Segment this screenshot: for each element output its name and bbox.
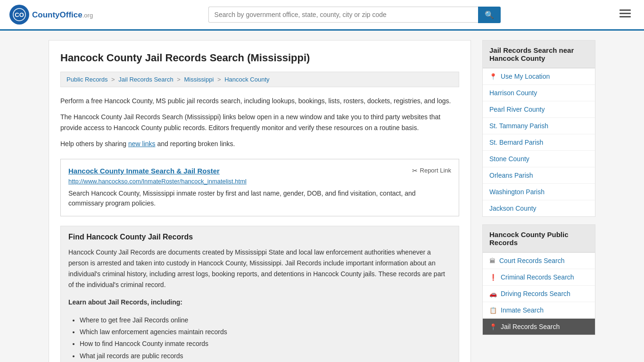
sidebar-item-st-bernard-parish[interactable]: St. Bernard Parish [483,134,595,151]
breadcrumb-mississippi[interactable]: Mississippi [184,76,214,83]
description-p3: Help others by sharing new links and rep… [60,139,459,149]
content-area: Hancock County Jail Records Search (Miss… [49,40,471,362]
sidebar-item-washington-parish[interactable]: Washington Parish [483,184,595,200]
sidebar-item-st-tammany-parish[interactable]: St. Tammany Parish [483,118,595,134]
list-item: Where to get free Jail Records online [80,314,451,326]
new-links-link[interactable]: new links [128,140,156,148]
sidebar-item-court-records[interactable]: 🏛 Court Records Search [483,253,595,269]
description-p2: The Hancock County Jail Records Search (… [60,112,459,133]
sidebar-item-criminal-records[interactable]: ❗ Criminal Records Search [483,269,595,286]
search-input[interactable] [208,7,478,23]
sidebar-item-pearl-river-county[interactable]: Pearl River County [483,101,595,118]
driving-icon: 🚗 [489,290,497,297]
learn-heading: Learn about Jail Records, including: [68,297,451,308]
link-card: Hancock County Inmate Search & Jail Rost… [60,159,459,216]
header: CO CountyOffice.org 🔍 [0,0,644,31]
report-link-icon: ✂ [412,167,418,174]
list-item: What jail records are public records [80,350,451,362]
search-button[interactable]: 🔍 [478,7,501,23]
sidebar-item-jail-records-active[interactable]: 📍 Jail Records Search [483,319,595,335]
sidebar-item-jackson-county[interactable]: Jackson County [483,200,595,216]
report-link-button[interactable]: ✂ Report Link [412,167,451,174]
jail-records-icon: 📍 [489,323,497,330]
main-layout: Hancock County Jail Records Search (Miss… [39,31,605,362]
logo-area[interactable]: CO CountyOffice.org [9,5,93,25]
link-card-description: Search Hancock County, Mississippi inmat… [68,189,451,208]
sidebar: Jail Records Search near Hancock County … [482,40,595,362]
location-icon: 📍 [489,73,497,80]
inmate-icon: 📋 [489,307,497,314]
breadcrumb-jail-records-search[interactable]: Jail Records Search [118,76,173,83]
sidebar-item-stone-county[interactable]: Stone County [483,151,595,167]
sidebar-public-records-section: Hancock County Public Records 🏛 Court Re… [482,224,595,335]
sidebar-item-orleans-parish[interactable]: Orleans Parish [483,167,595,184]
sidebar-nearby-header: Jail Records Search near Hancock County [483,41,595,68]
find-section: Find Hancock County Jail Records Hancock… [60,226,459,362]
list-item: How to find Hancock County inmate record… [80,338,451,350]
find-section-paragraph: Hancock County Jail Records are document… [68,247,451,290]
logo-text: CountyOffice.org [32,10,93,20]
sidebar-item-driving-records[interactable]: 🚗 Driving Records Search [483,286,595,302]
link-card-url[interactable]: http://www.hancockso.com/InmateRoster/ha… [68,178,451,185]
search-icon: 🔍 [485,11,494,19]
link-card-title[interactable]: Hancock County Inmate Search & Jail Rost… [68,167,220,175]
description-p1: Perform a free Hancock County, MS public… [60,96,459,106]
search-bar: 🔍 [208,7,501,23]
svg-rect-2 [619,9,631,11]
sidebar-public-records-header: Hancock County Public Records [483,225,595,253]
link-card-header: Hancock County Inmate Search & Jail Rost… [68,167,451,175]
logo-icon: CO [9,5,29,25]
court-icon: 🏛 [489,257,495,264]
breadcrumb-hancock-county[interactable]: Hancock County [224,76,269,83]
description: Perform a free Hancock County, MS public… [60,96,459,149]
sidebar-use-my-location[interactable]: 📍 Use My Location [483,68,595,85]
find-section-title: Find Hancock County Jail Records [68,233,451,241]
breadcrumb-public-records[interactable]: Public Records [66,76,107,83]
sidebar-nearby-section: Jail Records Search near Hancock County … [482,40,595,217]
learn-list: Where to get free Jail Records online Wh… [80,314,451,362]
use-my-location-link[interactable]: Use My Location [501,73,550,80]
sidebar-item-harrison-county[interactable]: Harrison County [483,85,595,101]
svg-rect-3 [619,13,631,14]
svg-rect-4 [619,16,631,17]
breadcrumb: Public Records > Jail Records Search > M… [60,72,459,87]
list-item: Which law enforcement agencies maintain … [80,326,451,338]
page-title: Hancock County Jail Records Search (Miss… [60,52,459,64]
hamburger-menu-icon[interactable] [616,7,635,23]
criminal-icon: ❗ [489,274,497,281]
sidebar-item-inmate-search[interactable]: 📋 Inmate Search [483,302,595,319]
svg-text:CO: CO [15,11,24,18]
